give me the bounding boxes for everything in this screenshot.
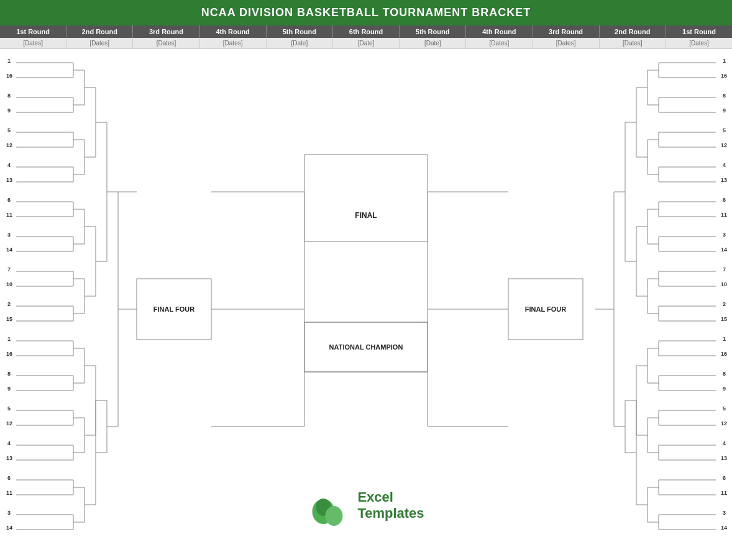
- seed-br-12: 12: [721, 420, 727, 427]
- date-6-center: [Date]: [333, 38, 400, 48]
- seed-tl-15: 15: [6, 316, 12, 322]
- round-6-center: 6th Round: [333, 25, 400, 38]
- seed-tr-5: 5: [723, 127, 726, 133]
- watermark-text: Excel Templates: [357, 489, 424, 522]
- date-1-right: [Dates]: [666, 38, 732, 48]
- round-2-left: 2nd Round: [66, 25, 133, 38]
- round-headers: 1st Round 2nd Round 3rd Round 4th Round …: [0, 25, 732, 38]
- seed-br-6: 6: [723, 475, 726, 481]
- seed-tl-8: 8: [7, 93, 11, 99]
- date-3-right: [Dates]: [533, 38, 600, 48]
- seed-br-4: 4: [723, 440, 726, 446]
- seed-br-11: 11: [721, 490, 727, 496]
- seed-br-1: 1: [723, 336, 726, 342]
- seed-tr-13: 13: [721, 177, 727, 183]
- round-1-left: 1st Round: [0, 25, 66, 38]
- seed-tr-12: 12: [721, 142, 727, 148]
- final-label: FINAL: [304, 191, 428, 240]
- date-4-left: [Dates]: [200, 38, 267, 48]
- seed-tr-15: 15: [721, 316, 727, 322]
- seed-tl-16: 16: [6, 73, 12, 79]
- seed-br-16: 16: [721, 351, 727, 357]
- final-four-right-label: FINAL FOUR: [508, 291, 583, 327]
- date-3-left: [Dates]: [133, 38, 199, 48]
- seed-bl-13: 13: [6, 455, 12, 461]
- seed-tl-11: 11: [6, 212, 12, 218]
- seed-bl-6: 6: [7, 475, 11, 481]
- seed-tr-14: 14: [721, 246, 727, 253]
- seed-br-13: 13: [721, 455, 727, 461]
- round-2-right: 2nd Round: [600, 25, 666, 38]
- bracket-area: 1 16 8 9 5 12 4 13 6 11 3 14 7 10 2 15 1…: [0, 49, 732, 546]
- seed-bl-14: 14: [6, 525, 12, 531]
- bracket-svg: [0, 49, 732, 546]
- seed-bl-12: 12: [6, 420, 12, 427]
- seed-tl-5: 5: [7, 127, 11, 133]
- seed-br-3: 3: [723, 510, 726, 516]
- seed-br-14: 14: [721, 525, 727, 531]
- seed-tl-6: 6: [7, 197, 11, 203]
- seed-br-9: 9: [723, 386, 726, 392]
- svg-point-186: [325, 506, 342, 526]
- date-5-right: [Date]: [400, 38, 466, 48]
- seed-tr-10: 10: [721, 281, 727, 287]
- seed-tl-13: 13: [6, 177, 12, 183]
- page-title: NCAA DIVISION BASKETBALL TOURNAMENT BRAC…: [0, 0, 732, 25]
- date-2-right: [Dates]: [600, 38, 666, 48]
- seed-bl-5: 5: [7, 405, 11, 412]
- seed-tr-1: 1: [723, 58, 726, 64]
- seed-tl-7: 7: [7, 266, 11, 273]
- seed-bl-3: 3: [7, 510, 11, 516]
- seed-br-5: 5: [723, 405, 726, 412]
- round-4-left: 4th Round: [200, 25, 267, 38]
- seed-tl-1: 1: [7, 58, 11, 64]
- seed-tr-4: 4: [723, 162, 726, 168]
- round-1-right: 1st Round: [666, 25, 732, 38]
- excel-templates-logo: [308, 484, 351, 527]
- round-4-right: 4th Round: [466, 25, 533, 38]
- national-champion-label: NATIONAL CHAMPION: [304, 322, 428, 372]
- date-5-left: [Date]: [267, 38, 333, 48]
- seed-tl-9: 9: [7, 107, 11, 114]
- seed-br-8: 8: [723, 371, 726, 377]
- seed-tl-4: 4: [7, 162, 11, 168]
- seed-bl-9: 9: [7, 386, 11, 392]
- date-4-right: [Dates]: [466, 38, 533, 48]
- seed-tr-7: 7: [723, 266, 726, 273]
- round-3-right: 3rd Round: [533, 25, 600, 38]
- seed-tl-3: 3: [7, 232, 11, 238]
- seed-tl-10: 10: [6, 281, 12, 287]
- seed-tr-3: 3: [723, 232, 726, 238]
- seed-bl-4: 4: [7, 440, 11, 446]
- seed-tr-11: 11: [721, 212, 727, 218]
- seed-tl-14: 14: [6, 246, 12, 253]
- seed-tl-12: 12: [6, 142, 12, 148]
- seed-tr-16: 16: [721, 73, 727, 79]
- seed-bl-11: 11: [6, 490, 12, 496]
- round-5-right: 5th Round: [400, 25, 466, 38]
- seed-bl-16: 16: [6, 351, 12, 357]
- seed-bl-1: 1: [7, 336, 11, 342]
- round-5-left: 5th Round: [267, 25, 333, 38]
- seed-tr-2: 2: [723, 301, 726, 307]
- seed-tl-2: 2: [7, 301, 11, 307]
- seed-tr-9: 9: [723, 107, 726, 114]
- seed-tr-8: 8: [723, 93, 726, 99]
- date-1-left: [Dates]: [0, 38, 66, 48]
- watermark: Excel Templates: [308, 484, 424, 527]
- date-2-left: [Dates]: [66, 38, 133, 48]
- round-3-left: 3rd Round: [133, 25, 199, 38]
- date-headers: [Dates] [Dates] [Dates] [Dates] [Date] […: [0, 38, 732, 49]
- seed-tr-6: 6: [723, 197, 726, 203]
- seed-bl-8: 8: [7, 371, 11, 377]
- final-four-left-label: FINAL FOUR: [137, 291, 211, 327]
